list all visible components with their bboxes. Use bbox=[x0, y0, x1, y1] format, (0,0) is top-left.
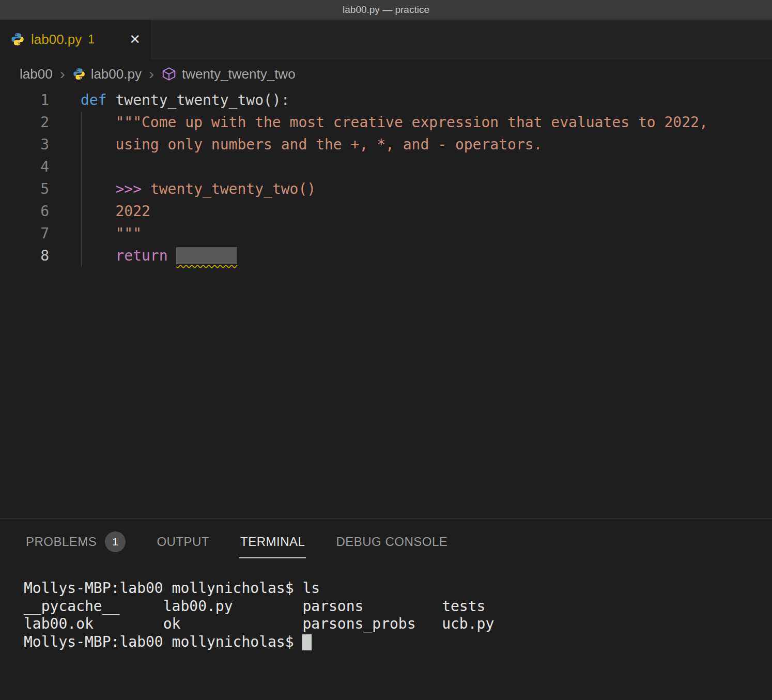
breadcrumb-file[interactable]: lab00.py bbox=[91, 66, 142, 82]
line-number[interactable]: 8 bbox=[0, 245, 49, 267]
code-token bbox=[142, 180, 150, 197]
line-number[interactable]: 1 bbox=[0, 89, 49, 111]
code-text: 2022 bbox=[81, 200, 150, 222]
terminal-lines: Mollys-MBP:lab00 mollynicholas$ ls__pyca… bbox=[24, 580, 772, 651]
code-token: twenty_twenty_two() bbox=[150, 180, 316, 197]
code-text: """ bbox=[81, 222, 142, 245]
code-token bbox=[168, 247, 177, 264]
python-icon bbox=[72, 67, 86, 81]
code-line[interactable]: 7 """ bbox=[0, 222, 772, 245]
code-text: >>> twenty_twenty_two() bbox=[81, 178, 316, 200]
line-number[interactable]: 7 bbox=[0, 222, 49, 245]
code-token bbox=[81, 203, 115, 220]
tab-debug-console-label: DEBUG CONSOLE bbox=[336, 535, 447, 549]
terminal-line: __pycache__ lab00.py parsons tests bbox=[24, 598, 772, 616]
terminal-line: Mollys-MBP:lab00 mollynicholas$ ls bbox=[24, 580, 772, 598]
terminal-line: lab00.ok ok parsons_probs ucb.py bbox=[24, 615, 772, 633]
tab-debug-console[interactable]: DEBUG CONSOLE bbox=[335, 522, 449, 558]
tab-lab00py[interactable]: lab00.py 1 ✕ bbox=[0, 20, 151, 59]
terminal-line: Mollys-MBP:lab00 mollynicholas$ bbox=[24, 633, 772, 651]
code-line[interactable]: 3 using only numbers and the +, *, and -… bbox=[0, 133, 772, 156]
code-token: twenty_twenty_two(): bbox=[107, 92, 290, 109]
tab-label: lab00.py bbox=[31, 32, 82, 48]
chevron-right-icon: › bbox=[149, 65, 154, 83]
code-line[interactable]: 2 """Come up with the most creative expr… bbox=[0, 111, 772, 133]
code-token: 2022 bbox=[115, 203, 150, 220]
tab-terminal[interactable]: TERMINAL bbox=[239, 522, 306, 558]
code-token bbox=[81, 114, 115, 131]
code-lines: 1def twenty_twenty_two():2 """Come up wi… bbox=[0, 89, 772, 267]
breadcrumb-symbol[interactable]: twenty_twenty_two bbox=[182, 66, 296, 82]
selection-highlight bbox=[176, 247, 237, 264]
breadcrumb-folder[interactable]: lab00 bbox=[20, 66, 53, 82]
code-token bbox=[81, 247, 115, 264]
terminal-cursor bbox=[302, 634, 312, 650]
code-token: """Come up with the most creative expres… bbox=[115, 114, 707, 131]
code-token: return bbox=[115, 247, 167, 264]
tab-problems[interactable]: PROBLEMS 1 bbox=[25, 519, 127, 561]
problems-count-badge: 1 bbox=[105, 531, 126, 552]
bottom-panel: PROBLEMS 1 OUTPUT TERMINAL DEBUG CONSOLE… bbox=[0, 518, 772, 700]
titlebar: lab00.py — practice bbox=[0, 0, 772, 20]
line-number[interactable]: 6 bbox=[0, 200, 49, 222]
code-token: """ bbox=[115, 225, 142, 242]
tab-output-label: OUTPUT bbox=[157, 535, 209, 549]
code-text: return bbox=[81, 245, 237, 267]
code-text: using only numbers and the +, *, and - o… bbox=[81, 133, 542, 156]
code-line[interactable]: 6 2022 bbox=[0, 200, 772, 222]
code-token: def bbox=[81, 92, 107, 109]
code-token: >>> bbox=[115, 180, 142, 197]
tab-problem-count: 1 bbox=[88, 33, 95, 47]
line-number[interactable]: 5 bbox=[0, 178, 49, 200]
code-editor[interactable]: 1def twenty_twenty_two():2 """Come up wi… bbox=[0, 89, 772, 518]
window-title: lab00.py — practice bbox=[343, 4, 429, 16]
code-line[interactable]: 5 >>> twenty_twenty_two() bbox=[0, 178, 772, 200]
breadcrumb: lab00 › lab00.py › twenty_twenty_two bbox=[0, 59, 772, 89]
code-token: using only numbers and the +, *, and - o… bbox=[115, 136, 542, 153]
tab-problems-label: PROBLEMS bbox=[26, 535, 97, 549]
panel-tab-bar: PROBLEMS 1 OUTPUT TERMINAL DEBUG CONSOLE bbox=[0, 519, 772, 562]
code-line[interactable]: 8 return bbox=[0, 245, 772, 267]
code-line[interactable]: 1def twenty_twenty_two(): bbox=[0, 89, 772, 111]
code-token bbox=[81, 136, 115, 153]
terminal[interactable]: Mollys-MBP:lab00 mollynicholas$ ls__pyca… bbox=[0, 562, 772, 651]
tab-terminal-label: TERMINAL bbox=[240, 535, 305, 549]
code-line[interactable]: 4 bbox=[0, 156, 772, 178]
code-token bbox=[81, 180, 115, 197]
indent-guide bbox=[81, 111, 82, 267]
tab-output[interactable]: OUTPUT bbox=[156, 522, 210, 558]
code-text: def twenty_twenty_two(): bbox=[81, 89, 290, 111]
line-number[interactable]: 2 bbox=[0, 111, 49, 133]
code-text: """Come up with the most creative expres… bbox=[81, 111, 708, 133]
close-icon[interactable]: ✕ bbox=[129, 32, 141, 48]
line-number[interactable]: 4 bbox=[0, 156, 49, 178]
code-token bbox=[81, 225, 115, 242]
python-icon bbox=[10, 32, 25, 47]
symbol-cube-icon bbox=[161, 66, 177, 82]
chevron-right-icon: › bbox=[60, 65, 65, 83]
line-number[interactable]: 3 bbox=[0, 133, 49, 156]
tab-bar: lab00.py 1 ✕ bbox=[0, 20, 772, 59]
